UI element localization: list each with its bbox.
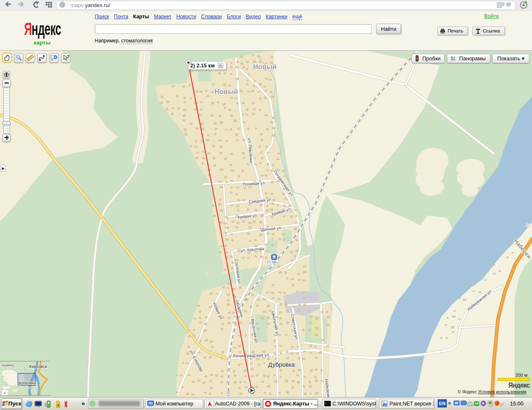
svg-text:Новый: Новый [253, 63, 276, 70]
svg-text:72: 72 [483, 278, 487, 282]
svg-text:37 км: 37 км [266, 259, 276, 264]
svg-text:?: ? [67, 54, 69, 59]
svg-text:52: 52 [526, 223, 530, 227]
svg-text:98: 98 [451, 325, 455, 329]
svg-text:70: 70 [492, 272, 496, 276]
svg-text:96: 96 [452, 314, 456, 319]
svg-text:»: » [81, 400, 85, 407]
svg-text:Дубровка: Дубровка [268, 361, 295, 368]
svg-text:Дубровка: Дубровка [18, 380, 36, 385]
svg-text:лшкино: лшкино [1, 363, 14, 367]
svg-text:86: 86 [463, 298, 467, 302]
svg-text:Новый: Новый [214, 88, 238, 95]
svg-text:C:\: C:\ [325, 402, 330, 405]
svg-text:Кировск: Кировск [29, 364, 47, 369]
svg-text:70: 70 [206, 271, 210, 275]
